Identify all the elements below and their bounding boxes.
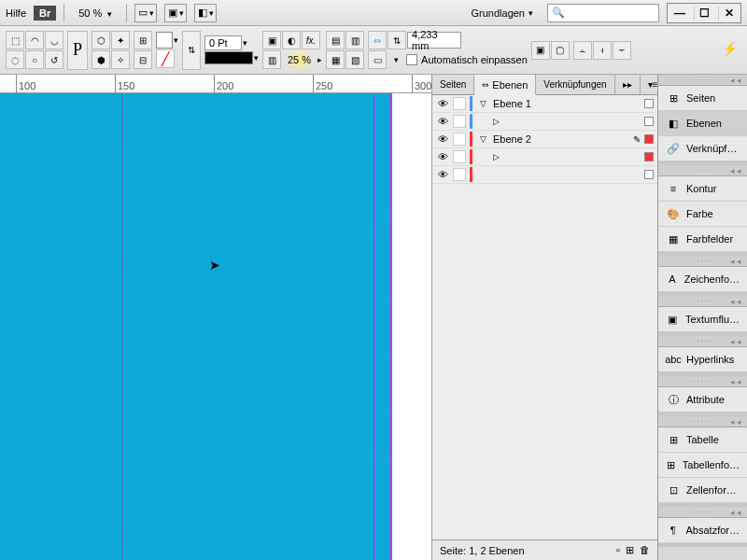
dock-item-kontur[interactable]: ≡Kontur — [658, 176, 747, 202]
dock-drag-handle[interactable]: ∙∙∙∙∙◂◂ — [658, 296, 747, 307]
tool-icon[interactable]: ⬢ — [92, 50, 110, 69]
expand-arrow-icon[interactable]: ◂◂ — [730, 297, 743, 306]
menu-help[interactable]: Hilfe — [6, 7, 26, 19]
tool-icon[interactable]: ✦ — [111, 31, 130, 49]
tool-icon[interactable]: ⊟ — [134, 50, 152, 69]
bridge-badge[interactable]: Br — [34, 6, 56, 21]
lock-toggle[interactable] — [453, 168, 466, 181]
tool-icon[interactable]: ⬚ — [6, 31, 24, 49]
tool-icon[interactable]: ↺ — [45, 50, 63, 69]
close-button[interactable]: ✕ — [718, 6, 739, 21]
paragraph-icon[interactable]: P — [67, 31, 88, 70]
zoom-dropdown[interactable]: 50 % — [72, 5, 119, 21]
align-icon[interactable]: ⫞ — [593, 41, 612, 60]
auto-fit-checkbox[interactable] — [406, 54, 417, 65]
layer-row[interactable]: 👁▽Ebene 1 — [432, 95, 657, 113]
stepper-icon[interactable]: ⇅ — [388, 31, 406, 49]
expand-arrow-icon[interactable]: ◂◂ — [730, 508, 743, 517]
frame-icon[interactable]: ▢ — [551, 41, 570, 60]
lock-toggle[interactable] — [453, 150, 466, 163]
selection-square[interactable] — [644, 134, 654, 144]
dock-item-textumflu[interactable]: ▣Textumflu… — [658, 307, 747, 332]
opacity-stepper[interactable]: ▸ — [317, 55, 322, 64]
delete-icon[interactable]: 🗑 — [640, 544, 650, 556]
disclosure-icon[interactable]: ▽ — [480, 99, 489, 108]
dock-item-verknpf[interactable]: 🔗Verknüpf… — [658, 136, 747, 161]
dock-drag-handle[interactable]: ∙∙∙∙∙◂◂ — [658, 256, 747, 267]
new-page-icon[interactable]: ▫ — [616, 544, 620, 556]
selection-square[interactable] — [644, 117, 654, 126]
dock-item-hyperlinks[interactable]: abcHyperlinks — [658, 347, 747, 372]
stroke-style[interactable] — [204, 51, 253, 64]
frame-icon[interactable]: ▣ — [531, 41, 550, 60]
fx-icon[interactable]: ◐ — [282, 31, 301, 49]
stroke-weight-input[interactable]: 0 Pt — [204, 35, 242, 50]
document-canvas[interactable] — [0, 93, 402, 560]
layer-row[interactable]: 👁▽Ebene 2✎ — [432, 131, 657, 148]
minimize-button[interactable]: — — [669, 6, 690, 21]
selection-square[interactable] — [644, 152, 654, 161]
visibility-eye-icon[interactable]: 👁 — [436, 168, 449, 181]
dock-item-absatzfor[interactable]: ¶Absatzfor… — [658, 518, 747, 543]
bolt-icon[interactable]: ⚡ — [722, 41, 738, 56]
workspace-dropdown[interactable]: Grundlagen ▾ — [465, 5, 541, 21]
tool-icon[interactable]: ○ — [25, 50, 44, 69]
screen-mode-icon[interactable]: ▣ — [164, 4, 187, 22]
layer-row[interactable]: 👁▷ — [432, 148, 657, 166]
search-box[interactable]: 🔍 — [547, 4, 659, 22]
tab-layers[interactable]: ⇔Ebenen — [474, 75, 536, 95]
dock-drag-handle[interactable]: ∙∙∙∙∙◂◂ — [658, 507, 747, 518]
dock-drag-handle[interactable]: ∙∙∙∙∙◂◂ — [658, 75, 747, 86]
expand-arrow-icon[interactable]: ◂◂ — [730, 166, 743, 175]
guide-vertical[interactable] — [121, 93, 122, 560]
lock-toggle[interactable] — [453, 115, 466, 128]
fx-icon[interactable]: ▣ — [262, 31, 281, 49]
align-icon[interactable]: ⫠ — [573, 41, 592, 60]
visibility-eye-icon[interactable]: 👁 — [436, 97, 449, 110]
tab-links[interactable]: Verknüpfungen — [536, 75, 614, 94]
expand-arrow-icon[interactable]: ◂◂ — [730, 337, 743, 346]
disclosure-icon[interactable]: ▷ — [493, 117, 502, 126]
dock-item-farbfelder[interactable]: ▦Farbfelder — [658, 227, 747, 252]
stepper-icon[interactable]: ⇅ — [182, 31, 201, 70]
dock-item-zellenfor[interactable]: ⊡Zellenfor… — [658, 478, 747, 503]
visibility-eye-icon[interactable]: 👁 — [436, 115, 449, 128]
tool-icon[interactable]: ◠ — [25, 31, 44, 49]
dock-drag-handle[interactable]: ∙∙∙∙∙◂◂ — [658, 336, 747, 347]
fx-label-icon[interactable]: fx. — [302, 31, 320, 49]
fit-icon[interactable]: ▭ — [368, 50, 387, 69]
dock-item-tabellenfo[interactable]: ⊞Tabellenfo… — [658, 453, 747, 478]
tool-icon[interactable]: ✧ — [111, 50, 130, 69]
expand-arrow-icon[interactable]: ◂◂ — [730, 417, 743, 427]
wrap-icon[interactable]: ▧ — [345, 50, 364, 69]
layer-name[interactable]: Ebene 2 — [493, 133, 629, 145]
horizontal-ruler[interactable]: 100 150 200 250 300 — [0, 75, 431, 93]
expand-arrow-icon[interactable]: ◂◂ — [730, 76, 743, 85]
opacity-value[interactable]: 25 % — [288, 54, 311, 65]
wrap-icon[interactable]: ▤ — [326, 31, 345, 49]
disclosure-icon[interactable]: ▽ — [480, 134, 489, 144]
align-icon[interactable]: ⫟ — [613, 41, 631, 60]
tool-icon[interactable]: ⬡ — [92, 31, 110, 49]
wrap-icon[interactable]: ▥ — [345, 31, 364, 49]
expand-arrow-icon[interactable]: ◂◂ — [730, 257, 743, 266]
dock-drag-handle[interactable]: ∙∙∙∙∙◂◂ — [658, 416, 747, 427]
dock-drag-handle[interactable]: ∙∙∙∙∙◂◂ — [658, 165, 747, 176]
disclosure-icon[interactable]: ▷ — [493, 152, 502, 161]
measure-input[interactable]: 4,233 mm — [407, 32, 461, 49]
layer-list[interactable]: 👁▽Ebene 1👁▷👁▽Ebene 2✎👁▷👁 — [432, 95, 657, 539]
visibility-eye-icon[interactable]: 👁 — [436, 150, 449, 163]
lock-toggle[interactable] — [453, 133, 466, 146]
visibility-eye-icon[interactable]: 👁 — [436, 133, 449, 146]
maximize-button[interactable]: ☐ — [694, 6, 714, 21]
selection-square[interactable] — [644, 170, 654, 179]
wrap-icon[interactable]: ▦ — [326, 50, 345, 69]
panel-collapse-icon[interactable]: ▸▸ — [615, 75, 641, 94]
dock-drag-handle[interactable]: ∙∙∙∙∙◂◂ — [658, 376, 747, 387]
tool-icon[interactable]: ⊞ — [134, 31, 152, 49]
layer-row[interactable]: 👁 — [432, 166, 657, 184]
dock-item-tabelle[interactable]: ⊞Tabelle — [658, 427, 747, 453]
layer-name[interactable]: Ebene 1 — [493, 98, 641, 109]
opacity-icon[interactable]: ▥ — [262, 50, 281, 69]
search-input[interactable] — [569, 7, 653, 19]
